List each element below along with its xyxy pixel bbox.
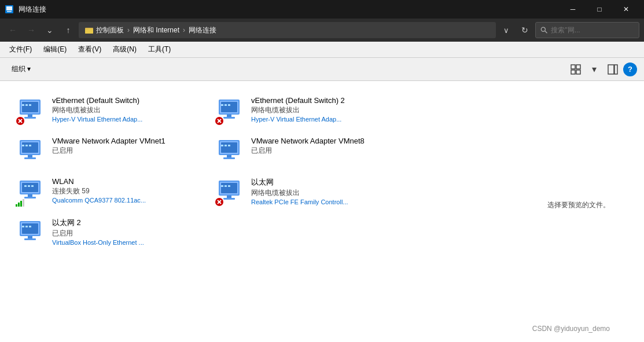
svg-rect-50: [225, 145, 227, 146]
svg-rect-38: [22, 142, 38, 153]
view-dropdown-button[interactable]: ▾: [586, 61, 602, 78]
disconnected-badge: [214, 197, 225, 207]
disconnected-badge: [214, 116, 225, 126]
svg-rect-12: [608, 65, 614, 74]
network-info: vEthernet (Default Switch) 2 网络电缆被拔出 Hyp…: [251, 95, 345, 123]
svg-rect-66: [221, 183, 237, 193]
preview-pane-button[interactable]: [605, 61, 621, 78]
svg-rect-10: [571, 70, 575, 74]
address-bar: ← → ⌄ ↑ 控制面板 › 网络和 Internet › 网络连接 ∨ ↻: [0, 19, 644, 42]
menu-file[interactable]: 文件(F): [5, 43, 36, 56]
menu-bar: 文件(F) 编辑(E) 查看(V) 高级(N) 工具(T): [0, 42, 644, 58]
network-icon-container: [16, 176, 46, 206]
content-area: vEthernet (Default Switch) 网络电缆被拔出 Hyper…: [0, 81, 644, 342]
svg-rect-57: [24, 185, 27, 187]
svg-rect-1: [6, 6, 12, 10]
menu-edit[interactable]: 编辑(E): [39, 43, 71, 56]
menu-view[interactable]: 查看(V): [73, 43, 106, 56]
change-view-button[interactable]: [568, 61, 584, 78]
network-adapter: Hyper-V Virtual Ethernet Adap...: [52, 116, 142, 123]
network-name: VMware Network Adapter VMnet1: [52, 137, 165, 145]
maximize-button[interactable]: □: [586, 0, 613, 19]
refresh-button[interactable]: ↻: [517, 22, 533, 38]
svg-rect-82: [29, 226, 31, 227]
list-item[interactable]: 以太网 网络电缆被拔出 Realtek PCIe FE Family Contr…: [208, 171, 407, 212]
network-status: 已启用: [52, 229, 144, 238]
svg-rect-78: [28, 236, 32, 238]
up-button[interactable]: ↑: [60, 22, 76, 38]
recent-locations-button[interactable]: ⌄: [42, 22, 58, 38]
svg-rect-5: [85, 28, 89, 30]
close-button[interactable]: ✕: [613, 0, 639, 19]
network-info: 以太网 网络电缆被拔出 Realtek PCIe FE Family Contr…: [251, 176, 348, 205]
svg-rect-55: [28, 194, 32, 197]
network-status: 网络电缆被拔出: [52, 105, 142, 115]
minimize-button[interactable]: ─: [560, 0, 586, 19]
list-item[interactable]: WLAN 连接失败 59 Qualcomm QCA9377 802.11ac..…: [9, 171, 208, 212]
breadcrumb-item-2[interactable]: 网络和 Internet: [133, 25, 179, 35]
network-status: 连接失败 59: [52, 186, 146, 196]
ethernet-icon: [16, 216, 44, 244]
network-adapter: Hyper-V Virtual Ethernet Adap...: [251, 116, 345, 123]
list-item[interactable]: vEthernet (Default Switch) 2 网络电缆被拔出 Hyp…: [208, 90, 407, 131]
svg-rect-28: [227, 115, 231, 117]
list-item[interactable]: 以太网 2 已启用 VirtualBox Host-Only Ethernet …: [9, 212, 208, 252]
svg-rect-21: [29, 104, 31, 106]
breadcrumb-folder-icon: [84, 25, 94, 35]
address-right-controls: ∨ ↻: [498, 22, 639, 38]
network-icon-container: [215, 95, 245, 125]
svg-rect-42: [25, 145, 28, 146]
search-input[interactable]: [551, 26, 634, 34]
svg-rect-41: [22, 145, 24, 146]
network-icon-container: [16, 95, 46, 125]
breadcrumb-item-1[interactable]: 控制面板: [96, 25, 124, 35]
organize-button[interactable]: 组织 ▾: [7, 62, 35, 76]
ethernet-icon: [215, 135, 243, 163]
breadcrumb-item-3[interactable]: 网络连接: [189, 25, 216, 35]
svg-rect-43: [29, 145, 31, 146]
forward-button[interactable]: →: [23, 22, 39, 38]
preview-icon: [608, 64, 618, 75]
network-icon-container: [16, 135, 46, 166]
back-button[interactable]: ←: [5, 22, 21, 38]
svg-rect-48: [223, 157, 235, 159]
window-title: 网络连接: [19, 5, 560, 14]
network-info: vEthernet (Default Switch) 网络电缆被拔出 Hyper…: [52, 95, 142, 123]
window-controls: ─ □ ✕: [560, 0, 639, 19]
network-name: 以太网: [251, 177, 348, 187]
svg-point-6: [541, 27, 545, 31]
breadcrumb-bar[interactable]: 控制面板 › 网络和 Internet › 网络连接: [79, 22, 496, 38]
svg-rect-71: [228, 185, 230, 187]
svg-rect-59: [31, 185, 34, 187]
network-info: 以太网 2 已启用 VirtualBox Host-Only Ethernet …: [52, 216, 144, 246]
svg-rect-4: [85, 29, 93, 34]
svg-rect-62: [20, 201, 22, 207]
search-icon: [540, 26, 547, 34]
network-info: WLAN 连接失败 59 Qualcomm QCA9377 802.11ac..…: [52, 176, 146, 204]
svg-rect-69: [221, 185, 223, 187]
svg-rect-17: [28, 115, 32, 117]
network-adapter: Qualcomm QCA9377 802.11ac...: [52, 197, 146, 204]
list-item[interactable]: VMware Network Adapter VMnet8 已启用: [208, 131, 407, 171]
network-status: 已启用: [52, 146, 165, 156]
svg-rect-77: [22, 223, 38, 234]
svg-rect-13: [614, 65, 617, 74]
toolbar: 组织 ▾ ▾ ?: [0, 58, 644, 81]
svg-rect-30: [221, 104, 223, 106]
list-item[interactable]: vEthernet (Default Switch) 网络电缆被拔出 Hyper…: [9, 90, 208, 131]
svg-rect-16: [22, 102, 38, 112]
svg-rect-60: [16, 204, 17, 207]
network-info: VMware Network Adapter VMnet1 已启用: [52, 135, 165, 156]
list-item[interactable]: VMware Network Adapter VMnet1 已启用: [9, 131, 208, 171]
svg-rect-40: [24, 157, 36, 159]
search-box[interactable]: [535, 22, 639, 38]
help-button[interactable]: ?: [623, 62, 637, 76]
svg-rect-31: [225, 104, 227, 106]
svg-rect-58: [28, 185, 30, 187]
menu-tools[interactable]: 工具(T): [143, 43, 175, 56]
svg-rect-49: [221, 145, 223, 146]
address-dropdown-button[interactable]: ∨: [498, 22, 514, 38]
svg-rect-67: [227, 196, 231, 198]
network-icon-container: [215, 176, 245, 206]
menu-advanced[interactable]: 高级(N): [108, 43, 141, 56]
